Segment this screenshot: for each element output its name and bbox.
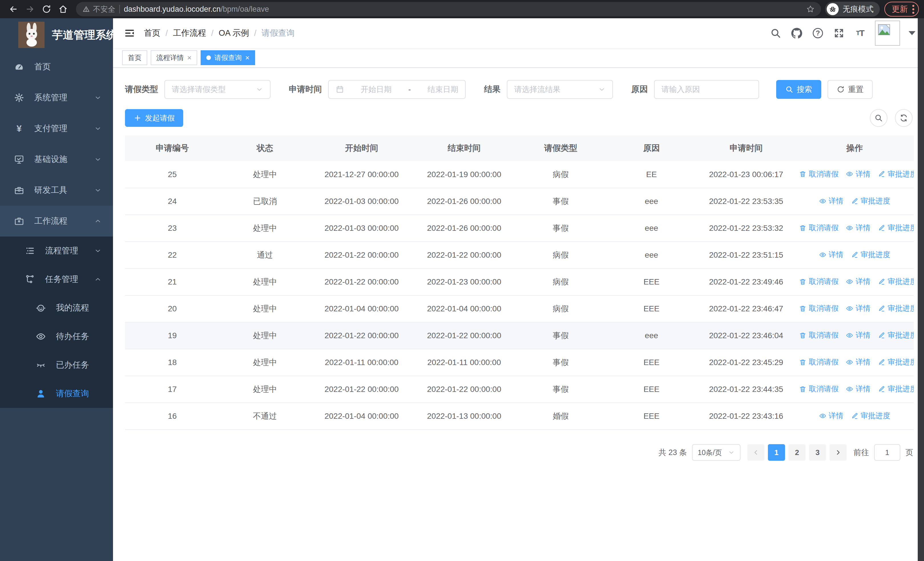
page-size-select[interactable]: 10条/页 xyxy=(692,444,741,461)
github-icon[interactable] xyxy=(790,27,803,39)
action-progress-link[interactable]: 审批进度 xyxy=(878,303,914,313)
action-cancel-link[interactable]: 取消请假 xyxy=(799,223,838,233)
avatar-dropdown-caret[interactable] xyxy=(909,31,915,35)
action-label: 详情 xyxy=(855,357,870,367)
help-icon[interactable]: ? xyxy=(812,27,824,39)
sidebar-item-todo-tasks[interactable]: 待办任务 xyxy=(0,322,113,351)
browser-scrollbar[interactable] xyxy=(918,18,924,561)
address-bar[interactable]: 不安全 dashboard.yudao.iocoder.cn/bpm/oa/le… xyxy=(76,2,821,16)
tags-bar: 首页 流程详情 × 请假查询 × xyxy=(113,48,924,68)
url-path: /bpm/oa/leave xyxy=(220,5,269,14)
action-progress-link[interactable]: 审批进度 xyxy=(851,250,890,260)
next-page-button[interactable] xyxy=(830,444,847,461)
sidebar-item-devtools[interactable]: 研发工具 xyxy=(0,175,113,206)
sidebar-item-process-mgmt[interactable]: 流程管理 xyxy=(0,236,113,265)
action-progress-link[interactable]: 审批进度 xyxy=(878,169,914,179)
leave-type-select[interactable]: 请选择请假类型 xyxy=(164,80,270,99)
security-warning[interactable]: 不安全 xyxy=(82,4,115,14)
create-leave-button[interactable]: 发起请假 xyxy=(125,109,183,127)
chevron-down-icon xyxy=(598,86,606,93)
page-button-1[interactable]: 1 xyxy=(768,444,785,461)
sidebar-item-home[interactable]: 首页 xyxy=(0,51,113,82)
page-button-3[interactable]: 3 xyxy=(809,444,826,461)
table-row[interactable]: 19处理中2022-01-22 00:00:002022-01-22 00:00… xyxy=(125,322,914,349)
prev-page-button[interactable] xyxy=(747,444,765,461)
sidebar-item-my-process[interactable]: 我的流程 xyxy=(0,294,113,322)
tag-leave-query[interactable]: 请假查询 × xyxy=(201,50,255,65)
app-logo-row[interactable]: 芋道管理系统 xyxy=(0,18,113,51)
action-detail-link[interactable]: 详情 xyxy=(846,384,870,394)
action-cancel-link[interactable]: 取消请假 xyxy=(799,357,838,367)
home-icon[interactable] xyxy=(55,2,71,17)
page-button-2[interactable]: 2 xyxy=(789,444,806,461)
reload-icon[interactable] xyxy=(38,2,55,17)
action-progress-link[interactable]: 审批进度 xyxy=(878,277,914,286)
sidebar-item-infra[interactable]: 基础设施 xyxy=(0,144,113,175)
sidebar-item-system[interactable]: 系统管理 xyxy=(0,82,113,113)
update-button[interactable]: 更新 xyxy=(884,2,919,17)
action-detail-link[interactable]: 详情 xyxy=(846,303,870,313)
action-progress-link[interactable]: 审批进度 xyxy=(851,196,890,206)
table-row[interactable]: 23处理中2022-01-03 00:00:002022-01-26 00:00… xyxy=(125,215,914,242)
table-row[interactable]: 21处理中2022-01-22 00:00:002022-01-23 00:00… xyxy=(125,269,914,295)
sidebar-item-done-tasks[interactable]: 已办任务 xyxy=(0,351,113,379)
tag-process-detail[interactable]: 流程详情 × xyxy=(151,50,197,65)
search-button[interactable]: 搜索 xyxy=(776,80,821,99)
action-detail-link[interactable]: 详情 xyxy=(819,411,843,421)
action-detail-link[interactable]: 详情 xyxy=(846,277,870,286)
cell-type: 事假 xyxy=(515,215,606,242)
cell-applied: 2022-01-22 23:53:35 xyxy=(697,188,796,215)
reason-input[interactable]: 请输入原因 xyxy=(654,80,759,99)
search-icon[interactable] xyxy=(770,27,782,39)
avatar[interactable] xyxy=(875,21,900,46)
apply-time-range-picker[interactable]: 开始日期 - 结束日期 xyxy=(328,80,466,99)
sidebar-item-task-mgmt[interactable]: 任务管理 xyxy=(0,265,113,294)
goto-page-input[interactable] xyxy=(874,444,900,461)
reset-button[interactable]: 重置 xyxy=(828,80,873,99)
close-icon[interactable]: × xyxy=(245,54,249,62)
sidebar-collapse-icon[interactable] xyxy=(122,25,138,41)
close-icon[interactable]: × xyxy=(187,54,192,62)
action-progress-link[interactable]: 审批进度 xyxy=(878,384,914,394)
table-row[interactable]: 16不通过2022-01-04 00:00:002022-01-13 00:00… xyxy=(125,403,914,430)
refresh-table-button[interactable] xyxy=(895,109,913,127)
cell-actions: 取消请假详情审批进度 xyxy=(795,295,914,322)
action-progress-link[interactable]: 审批进度 xyxy=(878,330,914,340)
table-row[interactable]: 22通过2022-01-22 00:00:002022-01-22 00:00:… xyxy=(125,242,914,269)
fullscreen-icon[interactable] xyxy=(832,27,845,39)
sidebar-item-leave-query[interactable]: 请假查询 xyxy=(0,379,113,408)
table-row[interactable]: 18处理中2022-01-11 00:00:002022-01-11 00:00… xyxy=(125,349,914,376)
action-detail-link[interactable]: 详情 xyxy=(819,196,843,206)
result-select[interactable]: 请选择流结果 xyxy=(507,80,613,99)
table-row[interactable]: 20处理中2022-01-04 00:00:002022-01-04 00:00… xyxy=(125,295,914,322)
forward-icon[interactable] xyxy=(22,2,38,17)
sidebar-item-payment[interactable]: ¥ 支付管理 xyxy=(0,113,113,144)
action-detail-link[interactable]: 详情 xyxy=(819,250,843,260)
action-progress-link[interactable]: 审批进度 xyxy=(878,357,914,367)
action-progress-link[interactable]: 审批进度 xyxy=(851,411,890,421)
action-cancel-link[interactable]: 取消请假 xyxy=(799,303,838,313)
back-icon[interactable] xyxy=(5,2,22,17)
table-row[interactable]: 25处理中2021-12-27 00:00:002022-01-19 00:00… xyxy=(125,161,914,188)
breadcrumb-oa-example[interactable]: OA 示例 xyxy=(219,27,249,39)
action-cancel-link[interactable]: 取消请假 xyxy=(799,384,838,394)
breadcrumb-home[interactable]: 首页 xyxy=(144,27,160,39)
action-cancel-link[interactable]: 取消请假 xyxy=(799,330,838,340)
font-size-icon[interactable]: TT xyxy=(854,27,866,39)
breadcrumb-workflow[interactable]: 工作流程 xyxy=(173,27,206,39)
bookmark-star-icon[interactable] xyxy=(806,5,815,14)
action-cancel-link[interactable]: 取消请假 xyxy=(799,169,838,179)
action-detail-link[interactable]: 详情 xyxy=(846,223,870,233)
action-detail-link[interactable]: 详情 xyxy=(846,357,870,367)
browser-menu-icon[interactable] xyxy=(912,5,914,14)
action-progress-link[interactable]: 审批进度 xyxy=(878,223,914,233)
sidebar-item-workflow[interactable]: 工作流程 xyxy=(0,206,113,236)
toggle-search-button[interactable] xyxy=(870,109,888,127)
table-row[interactable]: 24已取消2022-01-03 00:00:002022-01-26 00:00… xyxy=(125,188,914,215)
table-row[interactable]: 17处理中2022-01-22 00:00:002022-01-22 00:00… xyxy=(125,376,914,403)
action-detail-link[interactable]: 详情 xyxy=(846,169,870,179)
action-cancel-link[interactable]: 取消请假 xyxy=(799,277,838,286)
tag-home[interactable]: 首页 xyxy=(122,50,147,65)
page-size-value: 10条/页 xyxy=(698,448,722,457)
action-detail-link[interactable]: 详情 xyxy=(846,330,870,340)
